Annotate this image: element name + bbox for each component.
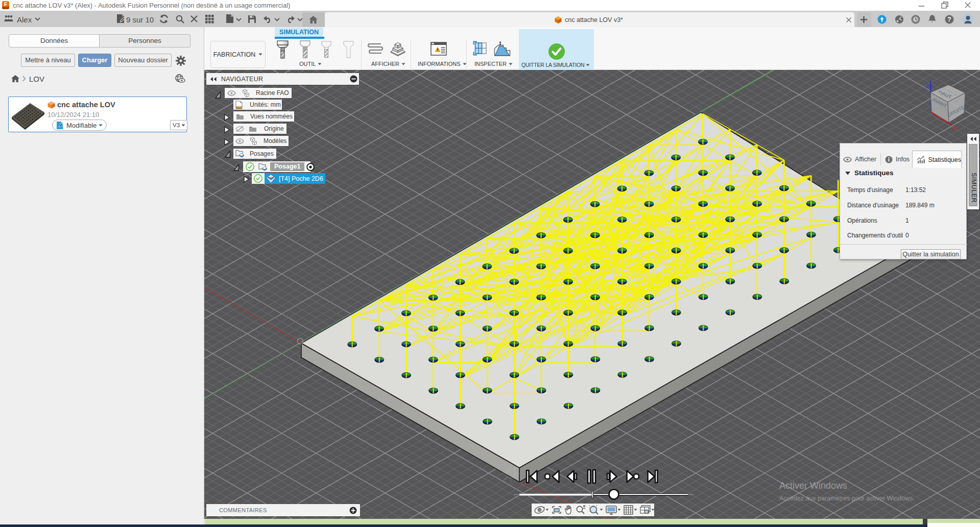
svg-text:?: ?	[947, 16, 951, 23]
svg-text:Activer Windows: Activer Windows	[779, 481, 847, 491]
svg-text:Accédez aux paramètres pour ac: Accédez aux paramètres pour activer Wind…	[779, 495, 915, 502]
svg-text:X: X	[953, 125, 957, 131]
svg-text:Z: Z	[925, 83, 929, 89]
